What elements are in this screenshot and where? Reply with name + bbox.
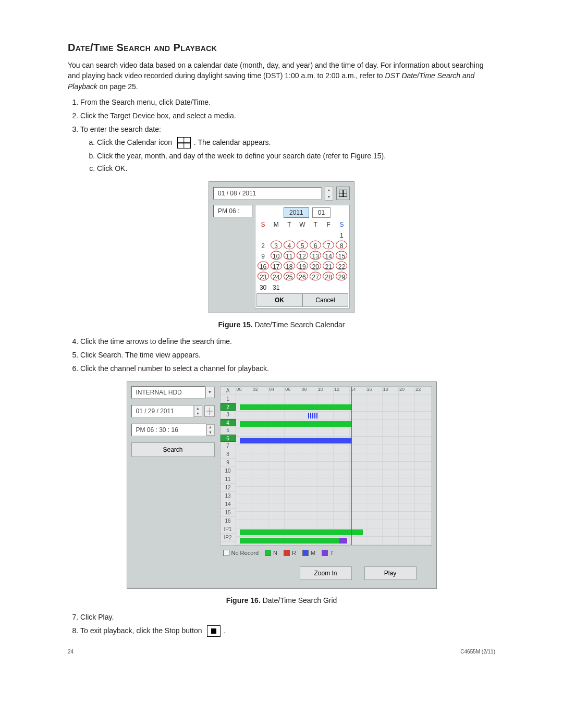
grid-time-input[interactable]: PM 06 : 30 : 16 <box>131 424 206 436</box>
legend: No Record N R M T <box>220 548 432 558</box>
playhead-line[interactable] <box>351 387 352 545</box>
track-16[interactable] <box>236 520 432 528</box>
month-selector[interactable]: 01 <box>312 207 331 218</box>
calendar-day[interactable]: 28 <box>322 271 335 281</box>
calendar-day[interactable]: 6 <box>309 240 322 250</box>
channel-1[interactable]: 1 <box>221 395 236 403</box>
track-IP2[interactable] <box>236 537 432 545</box>
calendar-day[interactable]: 23 <box>256 271 270 281</box>
step-3: To enter the search date: Click the Cale… <box>80 124 495 174</box>
calendar-day[interactable]: 5 <box>296 240 309 250</box>
channel-10[interactable]: 10 <box>221 467 236 475</box>
open-calendar-button[interactable] <box>336 187 350 200</box>
zoom-in-button[interactable]: Zoom In <box>300 566 352 580</box>
calendar-day[interactable]: 1 <box>335 229 348 240</box>
calendar-day[interactable]: 13 <box>309 250 322 261</box>
hours-header: A <box>221 387 236 395</box>
track-IP1[interactable] <box>236 528 432 537</box>
channel-13[interactable]: 13 <box>221 492 236 500</box>
calendar-day[interactable]: 11 <box>283 250 296 261</box>
track-1[interactable] <box>236 395 432 403</box>
calendar-day[interactable]: 30 <box>256 281 270 292</box>
track-9[interactable] <box>236 462 432 470</box>
cancel-button[interactable]: Cancel <box>302 293 348 307</box>
grid-date-input[interactable]: 01 / 29 / 2011 <box>131 405 194 417</box>
track-11[interactable] <box>236 478 432 487</box>
channel-3[interactable]: 3 <box>221 411 236 419</box>
channel-4[interactable]: 4 <box>221 419 236 426</box>
channel-IP1[interactable]: IP1 <box>221 525 236 534</box>
calendar-day <box>283 229 296 240</box>
date-spinner[interactable]: ▲▼ <box>325 186 333 201</box>
channel-14[interactable]: 14 <box>221 500 236 509</box>
track-12[interactable] <box>236 487 432 495</box>
target-device-box[interactable]: INTERNAL HDD <box>131 386 205 399</box>
dow-label: M <box>270 220 283 229</box>
calendar-day[interactable]: 8 <box>335 240 348 250</box>
ok-button[interactable]: OK <box>256 293 302 307</box>
calendar-day[interactable]: 4 <box>283 240 296 250</box>
calendar-day[interactable]: 2 <box>256 240 270 250</box>
hour-label: 06 <box>285 387 301 394</box>
step-6: Click the channel number to select a cha… <box>80 363 495 374</box>
track-15[interactable] <box>236 512 432 520</box>
track-7[interactable] <box>236 445 432 453</box>
calendar-day[interactable]: 9 <box>256 250 270 261</box>
channel-IP2[interactable]: IP2 <box>221 534 236 542</box>
calendar-day[interactable]: 17 <box>270 261 283 271</box>
track-8[interactable] <box>236 453 432 462</box>
calendar-day[interactable]: 27 <box>309 271 322 281</box>
channel-9[interactable]: 9 <box>221 459 236 467</box>
channel-15[interactable]: 15 <box>221 509 236 517</box>
channel-5[interactable]: 5 <box>221 426 236 435</box>
calendar-day[interactable]: 24 <box>270 271 283 281</box>
calendar-day[interactable]: 12 <box>296 250 309 261</box>
channel-16[interactable]: 16 <box>221 517 236 525</box>
channel-6[interactable]: 6 <box>221 435 236 442</box>
time-input[interactable]: PM 06 : <box>213 205 253 217</box>
track-4[interactable] <box>236 420 432 428</box>
grid-time-spinner[interactable]: ▲▼ <box>206 424 215 436</box>
channel-2[interactable]: 2 <box>221 403 236 411</box>
calendar-day[interactable]: 26 <box>296 271 309 281</box>
calendar-day[interactable]: 19 <box>296 261 309 271</box>
grid-date-spinner[interactable]: ▲▼ <box>194 405 202 417</box>
track-13[interactable] <box>236 495 432 503</box>
track-2[interactable] <box>236 403 432 412</box>
calendar-day[interactable]: 22 <box>335 261 348 271</box>
search-button[interactable]: Search <box>131 442 215 457</box>
hour-label: 14 <box>350 387 366 394</box>
play-button[interactable]: Play <box>364 566 417 580</box>
calendar-day[interactable]: 3 <box>270 240 283 250</box>
track-6[interactable] <box>236 437 432 445</box>
track-5[interactable] <box>236 428 432 437</box>
device-dropdown-icon[interactable]: ▼ <box>205 387 215 398</box>
calendar-day[interactable]: 14 <box>322 250 335 261</box>
step-7: Click Play. <box>80 612 495 622</box>
channel-8[interactable]: 8 <box>221 450 236 459</box>
calendar-day[interactable]: 29 <box>335 271 348 281</box>
calendar-icon <box>177 137 191 149</box>
calendar-day[interactable]: 10 <box>270 250 283 261</box>
stop-icon <box>207 625 221 637</box>
step-5: Click Search. The time view appears. <box>80 350 495 360</box>
calendar-day <box>309 281 322 292</box>
calendar-day[interactable]: 18 <box>283 261 296 271</box>
calendar-day[interactable]: 15 <box>335 250 348 261</box>
channel-7[interactable]: 7 <box>221 442 236 450</box>
calendar-icon[interactable] <box>204 405 215 417</box>
track-3[interactable] <box>236 412 432 420</box>
track-10[interactable] <box>236 470 432 478</box>
track-14[interactable] <box>236 503 432 512</box>
channel-11[interactable]: 11 <box>221 475 236 484</box>
date-input[interactable]: 01 / 08 / 2011 <box>213 187 322 200</box>
calendar-day[interactable]: 21 <box>322 261 335 271</box>
year-selector[interactable]: 2011 <box>284 207 309 218</box>
calendar-day[interactable]: 20 <box>309 261 322 271</box>
calendar-day[interactable]: 7 <box>322 240 335 250</box>
calendar-day[interactable]: 25 <box>283 271 296 281</box>
channel-12[interactable]: 12 <box>221 484 236 492</box>
calendar-day[interactable]: 31 <box>270 281 283 292</box>
calendar-day[interactable]: 16 <box>256 261 270 271</box>
recording-segment <box>240 421 351 427</box>
